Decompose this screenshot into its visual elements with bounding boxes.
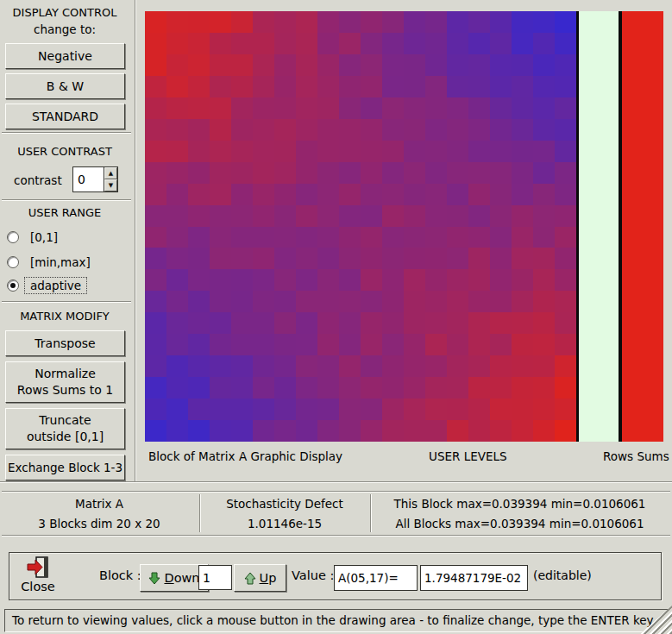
radio-range-01[interactable]: [0,1] [7, 229, 58, 245]
block-up-button[interactable]: Up [234, 564, 286, 592]
matrix-display-window: { "sidebar": { "display_control_title": … [0, 0, 672, 634]
down-arrow-icon [148, 572, 160, 585]
all-blocks-stats: All Blocks max=0.039394 min=0.0106061 [371, 517, 669, 530]
radio-icon [7, 231, 19, 243]
matrix-heatmap[interactable] [145, 11, 576, 442]
separator [2, 301, 131, 302]
status-message-bar: To return to viewing values, click a mou… [4, 609, 669, 632]
value-label: Value : [292, 568, 334, 582]
close-button[interactable]: Close [13, 555, 63, 598]
radio-range-minmax[interactable]: [min,max] [7, 254, 91, 270]
exit-door-icon [26, 556, 50, 579]
normalize-line2: Rows Sums to 1 [17, 382, 113, 399]
this-block-stats: This Block max=0.039394 min=0.0106061 [371, 497, 669, 511]
block-number-input[interactable] [198, 565, 232, 590]
user-range-title: USER RANGE [0, 206, 129, 219]
exchange-block-button[interactable]: Exchange Block 1-3 [5, 455, 125, 480]
negative-button[interactable]: Negative [5, 43, 125, 69]
separator [2, 491, 670, 492]
close-label: Close [13, 580, 63, 593]
standard-button[interactable]: STANDARD [5, 104, 125, 129]
contrast-input[interactable] [72, 166, 104, 192]
matrix-modify-title: MATRIX MODIFY [0, 310, 129, 323]
normalize-button[interactable]: Normalize Rows Sums to 1 [5, 361, 125, 403]
contrast-label: contrast [14, 173, 62, 187]
drawing-area: Block of Matrix A Graphic Display USER L… [135, 0, 672, 481]
up-arrow-icon [244, 572, 256, 585]
down-label: Down [164, 570, 199, 587]
separator [2, 132, 131, 133]
status-message: To return to viewing values, click a mou… [12, 613, 669, 627]
separator [2, 199, 131, 200]
truncate-button[interactable]: Truncate outside [0,1] [5, 408, 125, 449]
spin-up-icon[interactable]: ▲ [104, 167, 117, 179]
cell-value-input[interactable] [420, 565, 528, 591]
up-label: Up [260, 570, 277, 587]
spin-down-icon[interactable]: ▼ [104, 179, 117, 191]
radio-label: adaptive [24, 277, 87, 294]
radio-label: [0,1] [30, 230, 58, 244]
truncate-line2: outside [0,1] [27, 429, 104, 445]
matrix-info: 3 Blocks dim 20 x 20 [0, 517, 198, 530]
cell-ref-input[interactable] [334, 565, 418, 591]
block-display-label: Block of Matrix A Graphic Display [148, 449, 342, 463]
change-to-label: change to: [0, 22, 129, 36]
radio-label: [min,max] [30, 255, 91, 269]
stochasticity-value: 1.01146e-15 [200, 517, 369, 530]
status-panel: Matrix A 3 Blocks dim 20 x 20 Stochastic… [0, 491, 672, 536]
matrix-name: Matrix A [0, 497, 198, 511]
block-label: Block : [99, 568, 141, 582]
bw-button[interactable]: B & W [5, 73, 125, 99]
separator [2, 535, 670, 536]
transpose-button[interactable]: Transpose [5, 330, 125, 356]
separator [0, 481, 672, 482]
rows-sums-label: Rows Sums [603, 449, 669, 463]
control-bar: Close Block : Down Up Value : (editable) [9, 552, 662, 600]
contrast-spinner: ▲ ▼ [72, 166, 118, 192]
normalize-line1: Normalize [35, 366, 96, 382]
radio-icon [7, 256, 19, 268]
editable-note: (editable) [533, 568, 592, 582]
radio-icon [7, 279, 19, 292]
user-levels-label: USER LEVELS [429, 449, 507, 463]
contrast-spin-buttons: ▲ ▼ [104, 166, 118, 192]
stochasticity-label: Stochasticity Defect [200, 497, 369, 511]
user-contrast-title: USER CONTRAST [0, 145, 129, 158]
sidebar: DISPLAY CONTROL change to: Negative B & … [0, 0, 135, 481]
truncate-line1: Truncate [39, 412, 91, 429]
rows-sums-strip[interactable] [622, 11, 663, 442]
user-levels-strip[interactable] [579, 11, 619, 442]
radio-range-adaptive[interactable]: adaptive [7, 278, 87, 293]
display-control-title: DISPLAY CONTROL [0, 6, 129, 19]
